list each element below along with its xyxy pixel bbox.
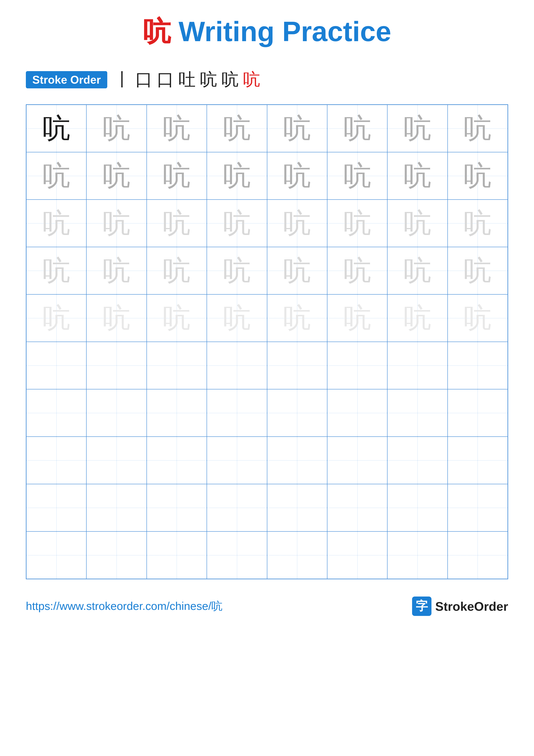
grid-cell-r4-c5[interactable]: 吭	[327, 294, 387, 342]
char-r0-c2: 吭	[163, 115, 191, 143]
grid-cell-r5-c0[interactable]	[26, 342, 87, 389]
grid-cell-r2-c2[interactable]: 吭	[147, 200, 207, 247]
grid-cell-r7-c4[interactable]	[267, 437, 327, 484]
grid-cell-r9-c0[interactable]	[26, 531, 87, 579]
grid-cell-r0-c2[interactable]: 吭	[147, 105, 207, 152]
grid-cell-r6-c7[interactable]	[447, 389, 508, 437]
char-r1-c2: 吭	[163, 162, 191, 190]
grid-cell-r3-c6[interactable]: 吭	[387, 247, 447, 294]
grid-cell-r9-c6[interactable]	[387, 531, 447, 579]
grid-cell-r4-c4[interactable]: 吭	[267, 294, 327, 342]
grid-cell-r8-c7[interactable]	[447, 484, 508, 531]
grid-cell-r4-c1[interactable]: 吭	[87, 294, 146, 342]
grid-cell-r3-c3[interactable]: 吭	[207, 247, 267, 294]
grid-cell-r7-c3[interactable]	[207, 437, 267, 484]
grid-cell-r0-c0[interactable]: 吭	[26, 105, 87, 152]
char-r4-c7: 吭	[464, 304, 492, 332]
grid-cell-r4-c7[interactable]: 吭	[447, 294, 508, 342]
grid-cell-r3-c7[interactable]: 吭	[447, 247, 508, 294]
grid-cell-r1-c3[interactable]: 吭	[207, 152, 267, 200]
grid-cell-r1-c1[interactable]: 吭	[87, 152, 146, 200]
brand-icon: 字	[412, 597, 431, 616]
char-r3-c7: 吭	[464, 257, 492, 285]
char-r3-c0: 吭	[42, 257, 70, 285]
grid-cell-r2-c3[interactable]: 吭	[207, 200, 267, 247]
char-r0-c3: 吭	[223, 115, 251, 143]
grid-cell-r3-c5[interactable]: 吭	[327, 247, 387, 294]
grid-cell-r0-c1[interactable]: 吭	[87, 105, 146, 152]
grid-cell-r3-c0[interactable]: 吭	[26, 247, 87, 294]
grid-cell-r6-c0[interactable]	[26, 389, 87, 437]
grid-cell-r8-c2[interactable]	[147, 484, 207, 531]
grid-cell-r9-c5[interactable]	[327, 531, 387, 579]
grid-cell-r0-c7[interactable]: 吭	[447, 105, 508, 152]
char-r4-c6: 吭	[403, 304, 431, 332]
grid-cell-r5-c4[interactable]	[267, 342, 327, 389]
grid-cell-r1-c2[interactable]: 吭	[147, 152, 207, 200]
char-r4-c3: 吭	[223, 304, 251, 332]
grid-cell-r6-c6[interactable]	[387, 389, 447, 437]
char-r3-c1: 吭	[103, 257, 131, 285]
grid-cell-r6-c4[interactable]	[267, 389, 327, 437]
grid-cell-r0-c4[interactable]: 吭	[267, 105, 327, 152]
grid-cell-r2-c1[interactable]: 吭	[87, 200, 146, 247]
char-r2-c4: 吭	[283, 209, 311, 237]
grid-cell-r9-c4[interactable]	[267, 531, 327, 579]
grid-cell-r8-c5[interactable]	[327, 484, 387, 531]
brand-name: StrokeOrder	[435, 599, 508, 613]
grid-cell-r5-c3[interactable]	[207, 342, 267, 389]
grid-cell-r5-c1[interactable]	[87, 342, 146, 389]
char-r0-c4: 吭	[283, 115, 311, 143]
grid-cell-r2-c6[interactable]: 吭	[387, 200, 447, 247]
grid-cell-r4-c3[interactable]: 吭	[207, 294, 267, 342]
grid-cell-r2-c4[interactable]: 吭	[267, 200, 327, 247]
grid-cell-r4-c2[interactable]: 吭	[147, 294, 207, 342]
grid-cell-r6-c1[interactable]	[87, 389, 146, 437]
grid-cell-r5-c5[interactable]	[327, 342, 387, 389]
stroke-7: 吭	[243, 68, 260, 92]
grid-cell-r2-c7[interactable]: 吭	[447, 200, 508, 247]
grid-cell-r1-c4[interactable]: 吭	[267, 152, 327, 200]
grid-cell-r6-c5[interactable]	[327, 389, 387, 437]
grid-cell-r9-c1[interactable]	[87, 531, 146, 579]
grid-cell-r4-c6[interactable]: 吭	[387, 294, 447, 342]
grid-cell-r1-c0[interactable]: 吭	[26, 152, 87, 200]
grid-cell-r4-c0[interactable]: 吭	[26, 294, 87, 342]
grid-cell-r1-c5[interactable]: 吭	[327, 152, 387, 200]
grid-cell-r7-c1[interactable]	[87, 437, 146, 484]
grid-cell-r8-c6[interactable]	[387, 484, 447, 531]
grid-cell-r9-c2[interactable]	[147, 531, 207, 579]
grid-cell-r9-c3[interactable]	[207, 531, 267, 579]
char-r0-c5: 吭	[343, 115, 371, 143]
stroke-3: 口	[157, 68, 174, 92]
grid-cell-r7-c2[interactable]	[147, 437, 207, 484]
grid-cell-r7-c5[interactable]	[327, 437, 387, 484]
grid-cell-r8-c0[interactable]	[26, 484, 87, 531]
grid-cell-r9-c7[interactable]	[447, 531, 508, 579]
char-r0-c7: 吭	[464, 115, 492, 143]
grid-cell-r6-c3[interactable]	[207, 389, 267, 437]
grid-cell-r0-c3[interactable]: 吭	[207, 105, 267, 152]
grid-cell-r1-c7[interactable]: 吭	[447, 152, 508, 200]
grid-cell-r0-c5[interactable]: 吭	[327, 105, 387, 152]
grid-cell-r0-c6[interactable]: 吭	[387, 105, 447, 152]
grid-cell-r8-c1[interactable]	[87, 484, 146, 531]
grid-cell-r3-c2[interactable]: 吭	[147, 247, 207, 294]
grid-cell-r8-c4[interactable]	[267, 484, 327, 531]
grid-cell-r5-c2[interactable]	[147, 342, 207, 389]
char-r1-c1: 吭	[103, 162, 131, 190]
grid-cell-r6-c2[interactable]	[147, 389, 207, 437]
grid-cell-r2-c0[interactable]: 吭	[26, 200, 87, 247]
grid-cell-r5-c6[interactable]	[387, 342, 447, 389]
grid-cell-r2-c5[interactable]: 吭	[327, 200, 387, 247]
grid-cell-r7-c0[interactable]	[26, 437, 87, 484]
char-r3-c4: 吭	[283, 257, 311, 285]
grid-cell-r8-c3[interactable]	[207, 484, 267, 531]
grid-cell-r5-c7[interactable]	[447, 342, 508, 389]
grid-cell-r1-c6[interactable]: 吭	[387, 152, 447, 200]
char-r2-c7: 吭	[464, 209, 492, 237]
grid-cell-r3-c4[interactable]: 吭	[267, 247, 327, 294]
grid-cell-r7-c6[interactable]	[387, 437, 447, 484]
grid-cell-r7-c7[interactable]	[447, 437, 508, 484]
grid-cell-r3-c1[interactable]: 吭	[87, 247, 146, 294]
